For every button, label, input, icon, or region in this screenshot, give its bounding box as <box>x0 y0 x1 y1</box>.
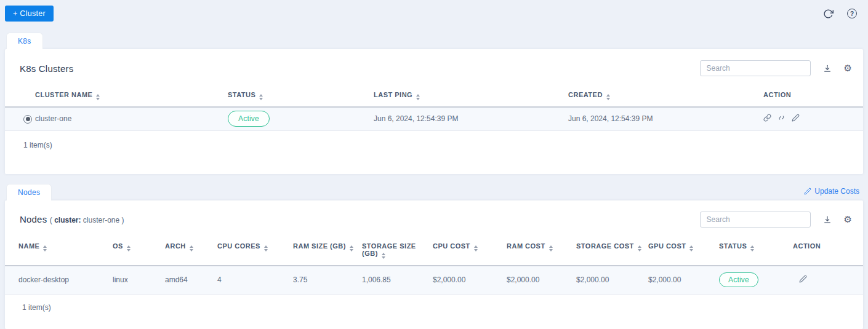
col-status[interactable]: STATUS <box>228 86 374 107</box>
nodes-panel-title: Nodes <box>20 214 47 224</box>
clusters-search-input[interactable] <box>700 60 811 76</box>
status-badge: Active <box>228 111 270 127</box>
sort-icon <box>474 245 478 252</box>
clusters-item-count: 1 item(s) <box>5 131 863 149</box>
download-icon[interactable] <box>823 215 832 224</box>
edit-icon[interactable] <box>799 275 807 283</box>
col-arch[interactable]: ARCH <box>165 237 217 266</box>
clusters-table: CLUSTER NAME STATUS LAST PING CREATED AC… <box>5 86 863 131</box>
node-gpu-cost-cell: $2,000.00 <box>648 266 719 294</box>
col-action: ACTION <box>793 237 863 266</box>
clusters-table-header: CLUSTER NAME STATUS LAST PING CREATED AC… <box>5 86 863 107</box>
col-cpu-cores[interactable]: CPU CORES <box>217 237 293 266</box>
nodes-search-input[interactable] <box>700 212 811 228</box>
sort-icon <box>416 94 420 100</box>
col-cpu-cost[interactable]: CPU COST <box>433 237 507 266</box>
tab-nodes[interactable]: Nodes <box>6 184 52 200</box>
col-gpu-cost[interactable]: GPU COST <box>648 237 719 266</box>
col-created[interactable]: CREATED <box>568 86 763 107</box>
sort-icon <box>43 245 47 252</box>
gear-icon[interactable]: ⚙ <box>844 64 852 73</box>
clusters-panel: K8s Clusters ⚙ CLUSTER NAME STATUS LAST … <box>5 49 863 174</box>
sort-icon <box>606 94 610 100</box>
help-icon[interactable]: ? <box>847 9 857 18</box>
col-storage-size[interactable]: STORAGE SIZE (GB) <box>362 237 433 266</box>
sort-icon <box>382 253 385 259</box>
update-costs-button[interactable]: Update Costs <box>804 187 859 200</box>
sort-icon <box>96 94 100 100</box>
nodes-item-count: 1 item(s) <box>5 295 863 312</box>
sort-icon <box>190 245 193 252</box>
sort-icon <box>750 245 754 252</box>
nodes-table-header: NAME OS ARCH CPU CORES RAM SIZE (GB) STO… <box>5 237 863 266</box>
col-os[interactable]: OS <box>113 237 165 266</box>
top-toolbar: + Cluster ? <box>0 0 868 27</box>
nodes-panel: Nodes ( cluster: cluster-one ) ⚙ NAME OS… <box>5 200 863 329</box>
sort-icon <box>127 245 131 252</box>
gear-icon[interactable]: ⚙ <box>844 215 852 224</box>
col-cluster-name[interactable]: CLUSTER NAME <box>35 86 228 107</box>
pencil-icon <box>804 188 811 195</box>
node-storage-cost-cell: $2,000.00 <box>576 266 648 294</box>
nodes-tab-bar: Nodes Update Costs <box>6 184 863 200</box>
nodes-panel-subtitle: ( cluster: cluster-one ) <box>50 216 124 224</box>
node-ram-cost-cell: $2,000.00 <box>507 266 576 294</box>
clusters-tab-bar: K8s <box>6 33 863 49</box>
sort-icon <box>259 94 263 100</box>
sort-icon <box>350 245 353 252</box>
clusters-panel-title: K8s Clusters <box>20 63 73 74</box>
cluster-row: cluster-one Active Jun 6, 2024, 12:54:39… <box>5 107 863 130</box>
sort-icon <box>689 245 693 252</box>
last-ping-cell: Jun 6, 2024, 12:54:39 PM <box>374 107 568 130</box>
node-arch-cell: amd64 <box>165 266 217 294</box>
node-cpu-cores-cell: 4 <box>217 266 293 294</box>
node-row: docker-desktop linux amd64 4 3.75 1,006.… <box>5 266 863 294</box>
link-icon[interactable] <box>763 114 771 122</box>
status-badge: Active <box>719 272 758 287</box>
refresh-icon[interactable] <box>823 9 834 19</box>
col-action: ACTION <box>763 86 863 107</box>
tab-k8s[interactable]: K8s <box>6 33 43 49</box>
toolbar-icons: ? <box>823 9 857 19</box>
unlink-icon[interactable] <box>778 114 786 122</box>
sort-icon <box>549 245 553 252</box>
col-storage-cost[interactable]: STORAGE COST <box>576 237 648 266</box>
col-ram-cost[interactable]: RAM COST <box>507 237 576 266</box>
sort-icon <box>638 245 641 252</box>
add-cluster-button[interactable]: + Cluster <box>5 6 54 22</box>
col-ram-size[interactable]: RAM SIZE (GB) <box>293 237 362 266</box>
edit-icon[interactable] <box>792 114 800 122</box>
node-os-cell: linux <box>113 266 165 294</box>
sort-icon <box>264 245 268 252</box>
created-cell: Jun 6, 2024, 12:54:39 PM <box>568 107 763 130</box>
col-last-ping[interactable]: LAST PING <box>374 86 568 107</box>
node-storage-size-cell: 1,006.85 <box>362 266 433 294</box>
node-name-cell: docker-desktop <box>5 266 113 294</box>
col-name[interactable]: NAME <box>5 237 113 266</box>
node-ram-size-cell: 3.75 <box>293 266 362 294</box>
cluster-name-cell: cluster-one <box>35 107 228 130</box>
node-cpu-cost-cell: $2,000.00 <box>433 266 507 294</box>
cluster-radio[interactable] <box>23 115 32 124</box>
col-status[interactable]: STATUS <box>719 237 793 266</box>
nodes-table: NAME OS ARCH CPU CORES RAM SIZE (GB) STO… <box>5 237 863 295</box>
download-icon[interactable] <box>823 64 832 73</box>
